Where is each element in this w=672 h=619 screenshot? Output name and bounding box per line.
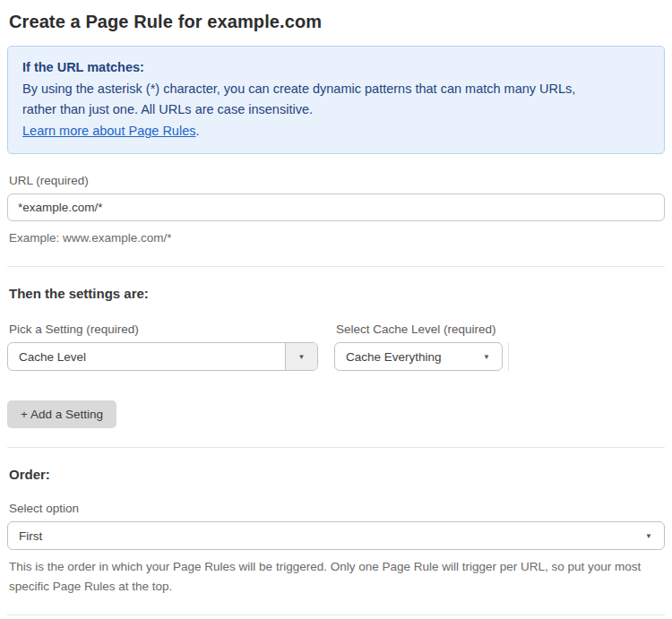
url-matches-info-box: If the URL matches: By using the asteris… <box>7 46 665 154</box>
url-example-helper: Example: www.example.com/* <box>9 228 663 248</box>
order-heading: Order: <box>9 467 663 482</box>
chevron-down-icon: ▼ <box>285 343 317 370</box>
cache-level-label: Select Cache Level (required) <box>336 322 501 336</box>
url-field-label: URL (required) <box>9 174 663 187</box>
settings-row: Pick a Setting (required) Cache Level ▼ … <box>7 322 665 371</box>
divider-order <box>7 447 665 448</box>
order-select[interactable]: First ▼ <box>7 521 665 550</box>
chevron-down-icon: ▼ <box>478 353 502 361</box>
chevron-down-icon: ▼ <box>640 532 664 540</box>
pick-setting-label: Pick a Setting (required) <box>9 322 316 336</box>
add-setting-button[interactable]: + Add a Setting <box>7 400 116 428</box>
setting-select-value: Cache Level <box>8 350 285 364</box>
pick-setting-column: Pick a Setting (required) Cache Level ▼ <box>7 322 318 371</box>
info-box-body-line1: By using the asterisk (*) character, you… <box>22 79 650 100</box>
link-period: . <box>195 124 199 138</box>
divider-actions <box>7 615 665 615</box>
order-select-value: First <box>8 529 640 543</box>
order-select-label: Select option <box>9 502 663 515</box>
cache-level-select[interactable]: Cache Everything ▼ <box>334 342 503 371</box>
page-title: Create a Page Rule for example.com <box>9 12 663 32</box>
settings-vertical-separator <box>508 342 509 371</box>
info-box-link-row: Learn more about Page Rules. <box>22 121 650 142</box>
url-input[interactable] <box>7 193 665 221</box>
learn-more-link[interactable]: Learn more about Page Rules <box>22 124 195 138</box>
order-helper-text: This is the order in which your Page Rul… <box>9 557 647 596</box>
cache-level-select-value: Cache Everything <box>335 350 478 364</box>
info-box-heading: If the URL matches: <box>22 57 650 79</box>
setting-select[interactable]: Cache Level ▼ <box>7 342 318 371</box>
cache-level-column: Select Cache Level (required) Cache Ever… <box>334 322 503 371</box>
settings-heading: Then the settings are: <box>9 286 663 301</box>
divider-settings <box>7 266 665 267</box>
page-rule-form: Create a Page Rule for example.com If th… <box>0 12 672 619</box>
info-box-body-line2: rather than just one. All URLs are case … <box>22 99 650 121</box>
